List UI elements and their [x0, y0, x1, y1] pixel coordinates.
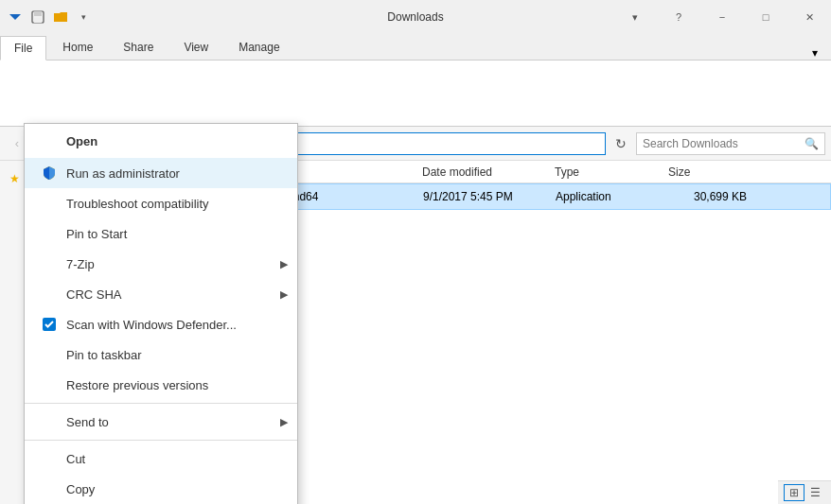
- ctx-pin-taskbar[interactable]: Pin to taskbar: [25, 339, 297, 370]
- ctx-pin-taskbar-label: Pin to taskbar: [66, 348, 142, 362]
- ctx-crc-sha-label: CRC SHA: [66, 287, 122, 302]
- tab-file[interactable]: File: [0, 36, 46, 61]
- status-bar-right: ⊞ ☰: [778, 480, 831, 504]
- svg-rect-2: [34, 11, 42, 16]
- ctx-send-to-label: Send to: [66, 415, 109, 429]
- ctx-run-as-admin-label: Run as administrator: [66, 166, 180, 181]
- tab-share[interactable]: Share: [109, 35, 168, 60]
- maximize-btn[interactable]: □: [744, 0, 787, 34]
- ctx-send-to-arrow: ▶: [280, 416, 288, 428]
- 7zip-icon: [40, 254, 59, 273]
- pin-taskbar-icon: [40, 345, 59, 364]
- ctx-open[interactable]: Open: [25, 124, 297, 158]
- ribbon-expand-btn[interactable]: ▾: [812, 46, 831, 60]
- ctx-troubleshoot-label: Troubleshoot compatibility: [66, 197, 209, 211]
- ctx-restore-prev[interactable]: Restore previous versions: [25, 370, 297, 400]
- star-icon: ★: [9, 172, 20, 185]
- send-to-icon: [40, 412, 59, 431]
- cut-icon: [40, 449, 59, 468]
- window-title: Downloads: [387, 10, 443, 24]
- tab-view[interactable]: View: [169, 35, 222, 60]
- ctx-copy-label: Copy: [66, 482, 95, 496]
- svg-marker-0: [9, 14, 21, 20]
- title-bar: ▾ Application Tools Downloads ▾ ? − □ ✕: [0, 0, 831, 34]
- ctx-pin-start[interactable]: Pin to Start: [25, 218, 297, 249]
- ctx-troubleshoot[interactable]: Troubleshoot compatibility: [25, 188, 297, 218]
- ribbon-body: [0, 61, 831, 127]
- col-header-size[interactable]: Size: [668, 165, 753, 179]
- ctx-restore-label: Restore previous versions: [66, 378, 208, 392]
- search-input[interactable]: [643, 137, 804, 150]
- close-btn[interactable]: ✕: [787, 0, 831, 34]
- grid-view-btn[interactable]: ⊞: [784, 484, 804, 501]
- col-header-date[interactable]: Date modified: [422, 165, 555, 179]
- ctx-divider-1: [25, 403, 297, 404]
- ctx-scan-label: Scan with Windows Defender...: [66, 318, 237, 332]
- refresh-btn[interactable]: ↻: [610, 132, 632, 155]
- file-date: 9/1/2017 5:45 PM: [423, 190, 556, 203]
- context-menu: Open Run as administrator Troubleshoot c…: [24, 123, 298, 504]
- ctx-7zip-arrow: ▶: [280, 258, 288, 270]
- defender-icon: [40, 315, 59, 334]
- ctx-pin-start-label: Pin to Start: [66, 227, 127, 241]
- svg-rect-3: [34, 18, 42, 23]
- minimize-btn[interactable]: −: [700, 0, 744, 34]
- pin-start-icon: [40, 224, 59, 243]
- crc-icon: [40, 285, 59, 304]
- ctx-crc-sha[interactable]: CRC SHA ▶: [25, 279, 297, 309]
- tab-manage[interactable]: Manage: [224, 35, 293, 60]
- search-box[interactable]: 🔍: [636, 132, 825, 155]
- search-icon: 🔍: [804, 137, 819, 150]
- col-header-type[interactable]: Type: [555, 165, 668, 179]
- ribbon-collapse-btn[interactable]: ▾: [613, 0, 657, 34]
- file-type: Application: [556, 190, 669, 203]
- ctx-run-as-admin[interactable]: Run as administrator: [25, 158, 297, 188]
- ctx-copy[interactable]: Copy: [25, 474, 297, 504]
- back-quick-icon[interactable]: [6, 8, 25, 26]
- troubleshoot-icon: [40, 194, 59, 213]
- quick-access-toolbar: ▾: [0, 8, 93, 26]
- window-controls: ▾ ? − □ ✕: [613, 0, 831, 34]
- help-btn[interactable]: ?: [657, 0, 700, 34]
- ctx-cut-label: Cut: [66, 452, 85, 466]
- ctx-send-to[interactable]: Send to ▶: [25, 407, 297, 437]
- restore-icon: [40, 375, 59, 394]
- open-icon: [40, 131, 59, 150]
- ctx-open-label: Open: [66, 134, 97, 148]
- ribbon-tabs: File Home Share View Manage ▾: [0, 34, 831, 61]
- list-view-btn[interactable]: ☰: [804, 484, 825, 501]
- ribbon-outer: File Home Share View Manage ▾: [0, 34, 831, 127]
- folder-quick-icon[interactable]: [51, 8, 70, 26]
- tab-home[interactable]: Home: [48, 35, 107, 60]
- copy-icon: [40, 479, 59, 498]
- file-size: 30,699 KB: [669, 190, 754, 203]
- ctx-7zip-label: 7-Zip: [66, 257, 95, 271]
- shield-uac-icon: [40, 164, 59, 182]
- ctx-crc-arrow: ▶: [280, 288, 288, 301]
- dropdown-quick-icon[interactable]: ▾: [74, 8, 93, 26]
- ctx-scan-defender[interactable]: Scan with Windows Defender...: [25, 309, 297, 339]
- ctx-cut[interactable]: Cut: [25, 443, 297, 474]
- save-quick-icon[interactable]: [28, 8, 47, 26]
- ctx-divider-2: [25, 440, 297, 441]
- ctx-7zip[interactable]: 7-Zip ▶: [25, 249, 297, 279]
